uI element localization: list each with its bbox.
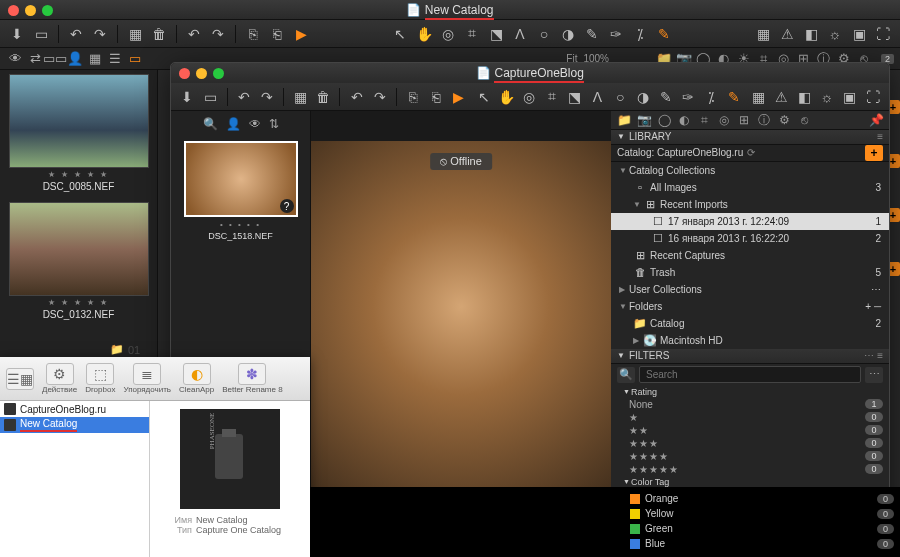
view-list-icon[interactable]: ☰ bbox=[106, 50, 124, 68]
view-grid-icon[interactable]: ▦ bbox=[86, 50, 104, 68]
rating-4[interactable]: ★★★★0 bbox=[611, 450, 889, 463]
adj-tab-icon[interactable]: ⊞ bbox=[735, 111, 753, 129]
batch-icon[interactable]: ▦ bbox=[290, 86, 311, 108]
focus-icon[interactable]: ▣ bbox=[848, 23, 870, 45]
import-session-node[interactable]: ☐16 января 2013 г. 16:22:202 bbox=[611, 230, 889, 247]
finder-item[interactable]: CaptureOneBlog.ru bbox=[0, 401, 149, 417]
rotate-ccw-icon[interactable]: ↶ bbox=[65, 23, 87, 45]
refresh-icon[interactable]: ⟳ bbox=[743, 147, 759, 158]
meta-tab-icon[interactable]: ⓘ bbox=[755, 111, 773, 129]
user-small-icon[interactable]: 👤 bbox=[226, 117, 241, 131]
user-icon[interactable]: 👤 bbox=[66, 50, 84, 68]
rating-3[interactable]: ★★★0 bbox=[611, 437, 889, 450]
rotate-ccw-icon[interactable]: ↶ bbox=[233, 86, 254, 108]
batch-tab-icon[interactable]: ⎋ bbox=[795, 111, 813, 129]
crop-icon[interactable]: ⌗ bbox=[461, 23, 483, 45]
tether-icon[interactable]: ▭ bbox=[30, 23, 52, 45]
catalog-collections-node[interactable]: ▼Catalog Collections bbox=[611, 162, 889, 179]
rating-5[interactable]: ★★★★★0 bbox=[611, 463, 889, 476]
paste-adj-icon[interactable]: ⎗ bbox=[266, 23, 288, 45]
action-button[interactable]: ⚙Действие bbox=[42, 363, 77, 394]
library-tab-icon[interactable]: 📁 bbox=[615, 111, 633, 129]
cursor-icon[interactable]: ↖ bbox=[473, 86, 494, 108]
close-icon[interactable] bbox=[179, 68, 190, 79]
rating-2[interactable]: ★★0 bbox=[611, 424, 889, 437]
keystone-icon[interactable]: Λ bbox=[509, 23, 531, 45]
search-small-icon[interactable]: 🔍 bbox=[203, 117, 218, 131]
tag-green[interactable]: Green0 bbox=[630, 521, 900, 536]
batch-icon[interactable]: ▦ bbox=[124, 23, 146, 45]
grid-icon[interactable]: ▦ bbox=[748, 86, 769, 108]
brush-icon[interactable]: ✎ bbox=[655, 86, 676, 108]
copy-adj-icon[interactable]: ⎘ bbox=[242, 23, 264, 45]
search-options-icon[interactable]: ⋯ bbox=[865, 367, 883, 383]
straighten-icon[interactable]: ⬔ bbox=[564, 86, 585, 108]
compare-icon[interactable]: ⇄ bbox=[26, 50, 44, 68]
undo-icon[interactable]: ↶ bbox=[183, 23, 205, 45]
capture-tab-icon[interactable]: 📷 bbox=[635, 111, 653, 129]
warning-icon[interactable]: ⚠ bbox=[771, 86, 792, 108]
lens-tab-icon[interactable]: ◯ bbox=[655, 111, 673, 129]
cleanapp-button[interactable]: ◐CleanApp bbox=[179, 363, 214, 394]
filters-section-head[interactable]: ▼ FILTERS ⋯ ≡ bbox=[611, 349, 889, 364]
import-icon[interactable]: ⬇ bbox=[177, 86, 198, 108]
proof-icon[interactable]: ☼ bbox=[824, 23, 846, 45]
rating-1[interactable]: ★0 bbox=[611, 411, 889, 424]
rating-dots[interactable]: • • • • • bbox=[184, 220, 298, 229]
tag-yellow[interactable]: Yellow0 bbox=[630, 506, 900, 521]
redo-icon[interactable]: ↷ bbox=[369, 86, 390, 108]
cursor-icon[interactable]: ↖ bbox=[389, 23, 411, 45]
proof-icon[interactable]: ☼ bbox=[817, 86, 838, 108]
grid-icon[interactable]: ▦ bbox=[752, 23, 774, 45]
pin-icon[interactable]: 📌 bbox=[867, 111, 885, 129]
rating-none[interactable]: None1 bbox=[611, 398, 889, 411]
trash-icon[interactable]: 🗑 bbox=[148, 23, 170, 45]
catalog-folder-node[interactable]: 📁Catalog2 bbox=[611, 315, 889, 332]
process-icon[interactable]: ▶ bbox=[290, 23, 312, 45]
add-catalog-button[interactable]: + bbox=[865, 145, 883, 161]
tether-icon[interactable]: ▭ bbox=[200, 86, 221, 108]
search-icon[interactable]: 🔍 bbox=[617, 367, 635, 383]
spot-icon[interactable]: ○ bbox=[533, 23, 555, 45]
tag-blue[interactable]: Blue0 bbox=[630, 536, 900, 551]
finder-item[interactable]: New Catalog bbox=[0, 417, 149, 433]
process-icon[interactable]: ▶ bbox=[448, 86, 469, 108]
mac-hd-node[interactable]: ▶💽Macintosh HD bbox=[611, 332, 889, 349]
loupe-icon[interactable]: ◎ bbox=[437, 23, 459, 45]
crop-icon[interactable]: ⌗ bbox=[541, 86, 562, 108]
folders-node[interactable]: ▼Folders+ ─ bbox=[611, 298, 889, 315]
multi-icon[interactable]: ▭▭ bbox=[46, 50, 64, 68]
minimize-icon[interactable] bbox=[196, 68, 207, 79]
overlay-icon[interactable]: ◧ bbox=[800, 23, 822, 45]
loupe-icon[interactable]: ◎ bbox=[519, 86, 540, 108]
import-icon[interactable]: ⬇ bbox=[6, 23, 28, 45]
details-tab-icon[interactable]: ◎ bbox=[715, 111, 733, 129]
rotate-cw-icon[interactable]: ↷ bbox=[256, 86, 277, 108]
brush-icon[interactable]: ✎ bbox=[581, 23, 603, 45]
warning-icon[interactable]: ⚠ bbox=[776, 23, 798, 45]
user-collections-node[interactable]: ▶User Collections⋯ bbox=[611, 281, 889, 298]
catalog-selector[interactable]: Catalog: CaptureOneBlog.ru ⟳ + bbox=[611, 145, 889, 162]
thumb-item[interactable]: ★ ★ ★ ★ ★ DSC_0132.NEF bbox=[0, 202, 157, 326]
rating-stars[interactable]: ★ ★ ★ ★ ★ bbox=[0, 298, 157, 307]
hand-icon[interactable]: ✋ bbox=[496, 86, 517, 108]
library-section-head[interactable]: ▼ LIBRARY ≡ bbox=[611, 130, 889, 145]
rating-stars[interactable]: ★ ★ ★ ★ ★ bbox=[0, 170, 157, 179]
trash-icon[interactable]: 🗑 bbox=[313, 86, 334, 108]
wb-picker-icon[interactable]: ⁒ bbox=[701, 86, 722, 108]
pen-icon[interactable]: ✎ bbox=[653, 23, 675, 45]
output-tab-icon[interactable]: ⚙ bbox=[775, 111, 793, 129]
fullscreen-icon[interactable]: ⛶ bbox=[862, 86, 883, 108]
fullscreen-icon[interactable]: ⛶ bbox=[872, 23, 894, 45]
trash-node[interactable]: 🗑Trash5 bbox=[611, 264, 889, 281]
viewer-image[interactable]: ⦸ Offline bbox=[311, 141, 611, 509]
undo-icon[interactable]: ↶ bbox=[346, 86, 367, 108]
rating-group[interactable]: ▼Rating bbox=[611, 386, 889, 398]
eye-icon[interactable]: 👁 bbox=[6, 50, 24, 68]
search-input[interactable] bbox=[639, 366, 861, 383]
menu-icon[interactable]: ⋯ ≡ bbox=[864, 350, 883, 361]
zoom-icon[interactable] bbox=[213, 68, 224, 79]
dropbox-button[interactable]: ⬚Dropbox bbox=[85, 363, 115, 394]
paste-adj-icon[interactable]: ⎗ bbox=[426, 86, 447, 108]
close-icon[interactable] bbox=[8, 5, 19, 16]
